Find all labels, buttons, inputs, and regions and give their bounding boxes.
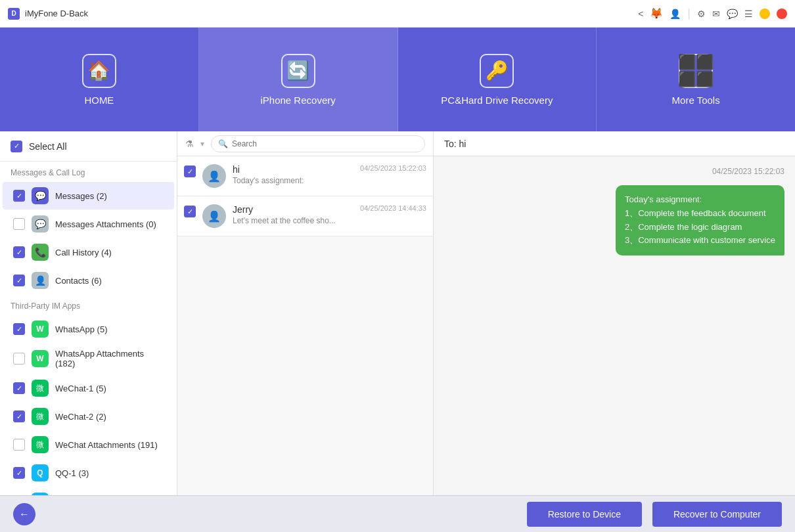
menu-icon[interactable]: ☰ bbox=[744, 9, 753, 19]
sidebar-item-call-history[interactable]: ✓ 📞 Call History (4) bbox=[3, 238, 174, 266]
pc-recovery-icon: 🔑 bbox=[480, 54, 514, 88]
sidebar-item-messages[interactable]: ✓ 💬 Messages (2) bbox=[3, 182, 174, 210]
messages-checkbox[interactable]: ✓ bbox=[13, 190, 25, 202]
wechat-1-label: WeChat-1 (5) bbox=[55, 384, 106, 393]
more-tools-icon: ⬛⬛⬛⬛ bbox=[679, 54, 713, 88]
msg1-preview: Today's assignment: bbox=[233, 176, 353, 185]
sidebar-item-messages-attachments[interactable]: 💬 Messages Attachments (0) bbox=[3, 210, 174, 238]
call-history-icon: 📞 bbox=[32, 244, 49, 261]
detail-to: To: hi bbox=[444, 139, 466, 149]
msg2-name: Jerry bbox=[233, 204, 353, 215]
minimize-button[interactable] bbox=[760, 9, 770, 19]
qq-1-label: QQ-1 (3) bbox=[55, 468, 89, 478]
home-icon: 🏠 bbox=[82, 54, 116, 88]
back-icon: ← bbox=[19, 508, 30, 520]
share-icon[interactable]: < bbox=[638, 9, 643, 19]
checkbox-check-icon: ✓ bbox=[14, 142, 20, 150]
whatsapp-icon: W bbox=[32, 321, 49, 338]
filter-chevron[interactable]: ▾ bbox=[200, 139, 204, 148]
wechat-1-checkbox[interactable]: ✓ bbox=[13, 382, 25, 394]
messages-icon: 💬 bbox=[32, 187, 49, 204]
sidebar-item-whatsapp[interactable]: ✓ W WhatsApp (5) bbox=[3, 315, 174, 343]
firefox-icon[interactable]: 🦊 bbox=[650, 7, 663, 20]
nav-home-label: HOME bbox=[84, 95, 114, 106]
divider: | bbox=[687, 7, 691, 20]
select-all-bar[interactable]: ✓ Select All bbox=[0, 131, 177, 162]
titlebar-right: < 🦊 👤 | ⚙ ✉ 💬 ☰ bbox=[638, 7, 787, 20]
msg2-avatar: 👤 bbox=[202, 204, 226, 228]
account-icon[interactable]: 👤 bbox=[670, 9, 681, 19]
nav-more-tools[interactable]: ⬛⬛⬛⬛ More Tools bbox=[597, 28, 795, 131]
settings-icon[interactable]: ⚙ bbox=[697, 9, 706, 19]
message-list: ⚗ ▾ 🔍 ✓ 👤 hi Today's assignment: 04/25/2… bbox=[177, 131, 434, 495]
nav-home[interactable]: 🏠 HOME bbox=[0, 28, 199, 131]
msg2-time: 04/25/2023 14:44:33 bbox=[360, 204, 426, 212]
message-item-2[interactable]: ✓ 👤 Jerry Let's meet at the coffee sho..… bbox=[177, 196, 433, 236]
msg1-content: hi Today's assignment: bbox=[233, 164, 353, 185]
message-item-1[interactable]: ✓ 👤 hi Today's assignment: 04/25/2023 15… bbox=[177, 156, 433, 196]
msg1-avatar: 👤 bbox=[202, 164, 226, 188]
qq-1-icon: Q bbox=[32, 464, 49, 481]
whatsapp-attachments-checkbox[interactable] bbox=[13, 353, 25, 365]
recover-to-computer-button[interactable]: Recover to Computer bbox=[652, 502, 782, 527]
chat-icon[interactable]: 💬 bbox=[727, 9, 738, 19]
titlebar-left: D iMyFone D-Back bbox=[8, 8, 88, 20]
qq-2-icon: Q bbox=[32, 493, 49, 495]
messages-attachments-label: Messages Attachments (0) bbox=[55, 219, 156, 229]
message-items-container: ✓ 👤 hi Today's assignment: 04/25/2023 15… bbox=[177, 156, 433, 495]
mail-icon[interactable]: ✉ bbox=[712, 9, 720, 19]
sidebar-item-wechat-1[interactable]: ✓ 微 WeChat-1 (5) bbox=[3, 374, 174, 402]
msg1-checkbox[interactable]: ✓ bbox=[184, 166, 196, 177]
qq-1-checkbox[interactable]: ✓ bbox=[13, 467, 25, 479]
search-input[interactable] bbox=[232, 139, 418, 148]
contacts-checkbox[interactable]: ✓ bbox=[13, 275, 25, 286]
wechat-attachments-label: WeChat Attachments (191) bbox=[55, 440, 158, 450]
message-bubble-sent: Today's assignment: 1、Complete the feedb… bbox=[616, 185, 784, 255]
sidebar-item-wechat-2[interactable]: ✓ 微 WeChat-2 (2) bbox=[3, 403, 174, 430]
msg2-preview: Let's meet at the coffee sho... bbox=[233, 216, 353, 225]
nav-iphone-recovery[interactable]: 🔄 iPhone Recovery bbox=[199, 28, 398, 131]
msg2-content: Jerry Let's meet at the coffee sho... bbox=[233, 204, 353, 225]
whatsapp-label: WhatsApp (5) bbox=[55, 324, 107, 334]
detail-header: To: hi bbox=[434, 131, 795, 156]
wechat-attachments-checkbox[interactable] bbox=[13, 439, 25, 451]
msg2-checkbox[interactable]: ✓ bbox=[184, 206, 196, 217]
whatsapp-checkbox[interactable]: ✓ bbox=[13, 323, 25, 335]
sidebar-scroll: Messages & Call Log ✓ 💬 Messages (2) 💬 M… bbox=[0, 162, 177, 495]
wechat-2-icon: 微 bbox=[32, 408, 49, 425]
wechat-2-checkbox[interactable]: ✓ bbox=[13, 410, 25, 422]
detail-body: 04/25/2023 15:22:03 Today's assignment: … bbox=[434, 156, 795, 495]
search-box[interactable]: 🔍 bbox=[211, 135, 425, 152]
select-all-label: Select All bbox=[29, 141, 67, 152]
message-detail: To: hi 04/25/2023 15:22:03 Today's assig… bbox=[434, 131, 795, 495]
sidebar-item-qq-1[interactable]: ✓ Q QQ-1 (3) bbox=[3, 459, 174, 487]
nav-pc-recovery[interactable]: 🔑 PC&Hard Drive Recovery bbox=[398, 28, 597, 131]
close-button[interactable] bbox=[777, 9, 787, 19]
sidebar-item-qq-2[interactable]: Q QQ-2 (0) bbox=[3, 487, 174, 495]
group-label-third-party: Third-Party IM Apps bbox=[0, 295, 177, 315]
sidebar-item-contacts[interactable]: ✓ 👤 Contacts (6) bbox=[3, 267, 174, 294]
select-all-checkbox[interactable]: ✓ bbox=[11, 141, 22, 152]
detail-timestamp: 04/25/2023 15:22:03 bbox=[444, 167, 784, 176]
sidebar-item-wechat-attachments[interactable]: 微 WeChat Attachments (191) bbox=[3, 431, 174, 458]
msg2-meta: 04/25/2023 14:44:33 bbox=[360, 204, 426, 212]
iphone-recovery-icon: 🔄 bbox=[281, 54, 315, 88]
wechat-1-icon: 微 bbox=[32, 380, 49, 397]
main-content: ✓ Select All Messages & Call Log ✓ 💬 Mes… bbox=[0, 131, 795, 495]
sidebar-item-whatsapp-attachments[interactable]: W WhatsApp Attachments (182) bbox=[3, 344, 174, 374]
messages-label: Messages (2) bbox=[55, 191, 107, 201]
call-history-checkbox[interactable]: ✓ bbox=[13, 246, 25, 258]
wechat-2-label: WeChat-2 (2) bbox=[55, 412, 106, 422]
contacts-icon: 👤 bbox=[32, 272, 49, 289]
contacts-label: Contacts (6) bbox=[55, 276, 102, 286]
call-history-label: Call History (4) bbox=[55, 248, 112, 257]
msg1-time: 04/25/2023 15:22:03 bbox=[360, 164, 426, 172]
sidebar: ✓ Select All Messages & Call Log ✓ 💬 Mes… bbox=[0, 131, 177, 495]
filter-icon[interactable]: ⚗ bbox=[185, 139, 194, 149]
nav-more-tools-label: More Tools bbox=[672, 95, 720, 106]
messages-attachments-checkbox[interactable] bbox=[13, 218, 25, 230]
back-button[interactable]: ← bbox=[13, 503, 35, 525]
bubble-container: Today's assignment: 1、Complete the feedb… bbox=[444, 185, 784, 255]
restore-to-device-button[interactable]: Restore to Device bbox=[527, 502, 642, 527]
app-logo: D bbox=[8, 8, 20, 20]
